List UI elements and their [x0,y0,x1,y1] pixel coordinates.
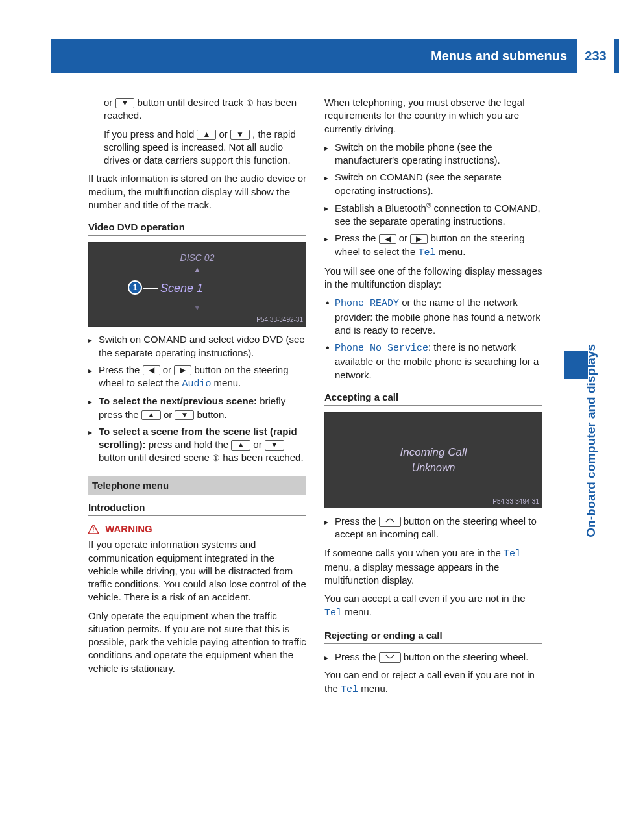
reject-step-1: Press the button on the steering wheel. [324,650,542,663]
right-button-icon: ▶ [410,234,428,244]
dvd-step-3: To select the next/previous scene: brief… [88,395,306,421]
heading-rejecting: Rejecting or ending a call [324,629,542,644]
accept-para-2: You can accept a call even if you are no… [324,592,542,620]
svg-text:!: ! [92,526,94,534]
left-column: or ▼ button until desired track ① has be… [88,96,306,702]
dvd-disc-label: DISC 02 [89,252,306,264]
call-image-code: P54.33-3494-31 [492,497,539,506]
reject-para-1: You can end or reject a call even if you… [324,669,542,697]
warning-heading: ! WARNING [88,523,306,536]
accept-steps-list: Press the button on the steering wheel t… [324,515,542,541]
audio-menu-label: Audio [182,378,211,389]
reject-steps-list: Press the button on the steering wheel. [324,650,542,663]
call-line-1: Incoming Call [325,445,542,460]
tel-step-3: Establish a Bluetooth® connection to COM… [324,201,542,229]
up-button-icon: ▲ [197,130,216,140]
dvd-up-icon: ▲ [89,265,306,275]
header-title: Menus and submenus [431,47,567,65]
right-button-icon: ▶ [174,365,191,375]
up-button-icon: ▲ [141,410,161,420]
warning-para-2: Only operate the equipment when the traf… [88,610,306,675]
accept-call-icon [379,517,401,526]
para-track-info: If track information is stored on the au… [88,172,306,212]
call-line-2: Unknown [325,461,542,475]
dvd-scene-label: Scene 1 [160,280,203,296]
dvd-image-code: P54.33-3492-31 [256,315,303,325]
accept-step-1: Press the button on the steering wheel t… [324,515,542,541]
down-button-icon: ▼ [230,130,250,140]
para-track-reached: or ▼ button until desired track ① has be… [104,96,306,123]
dvd-step-1: Switch on COMAND and select video DVD (s… [88,333,306,360]
tel-step-1: Switch on the mobile phone (see the manu… [324,141,542,167]
heading-dvd: Video DVD operation [88,221,306,236]
dvd-marker-1: 1 [128,280,142,295]
left-button-icon: ◀ [379,234,396,244]
right-column: When telephoning, you must observe the l… [324,96,542,702]
down-button-icon: ▼ [115,98,135,108]
dvd-step-2: Press the ◀ or ▶ button on the steering … [88,364,306,391]
side-tab: On-board computer and displays [563,104,589,357]
tel-step-2: Switch on COMAND (see the separate opera… [324,171,542,197]
marker-1-icon: ① [246,97,254,109]
dvd-display-image: DISC 02 ▲ 1 Scene 1 ▼ P54.33-3492-31 [88,242,306,327]
end-call-icon [379,652,401,662]
down-button-icon: ▼ [265,440,284,450]
heading-introduction: Introduction [88,501,306,516]
side-tab-thumb [564,351,588,379]
tel-steps-list: Switch on the mobile phone (see the manu… [324,141,542,260]
tel-menu-label: Tel [418,247,435,258]
up-button-icon: ▲ [231,440,250,450]
warning-para-1: If you operate information systems and c… [88,538,306,604]
dvd-step-4: To select a scene from the scene list (r… [88,425,306,465]
call-display-image: Incoming Call Unknown P54.33-3494-31 [324,412,542,508]
para-display-msgs: You will see one of the following displa… [324,265,542,291]
dvd-steps-list: Switch on COMAND and select video DVD (s… [88,333,306,464]
left-button-icon: ◀ [143,365,160,375]
msg-no-service: Phone No Service: there is no network av… [324,341,542,382]
para-rapid-scroll: If you press and hold ▲ or ▼ , the rapid… [104,128,306,167]
msg-ready: Phone READY or the name of the network p… [324,296,542,337]
tel-step-4: Press the ◀ or ▶ button on the steering … [324,232,542,260]
para-legal: When telephoning, you must observe the l… [324,96,542,136]
dvd-marker-line [143,288,158,289]
warning-icon: ! [88,525,99,534]
content: or ▼ button until desired track ① has be… [88,96,542,702]
page-header: Menus and submenus 233 [51,39,619,73]
marker-1-icon: ① [212,452,220,464]
section-telephone: Telephone menu [88,476,306,495]
dvd-down-icon: ▼ [89,303,306,313]
page-number: 233 [577,39,614,73]
down-button-icon: ▼ [175,410,194,420]
accept-para-1: If someone calls you when you are in the… [324,547,542,587]
heading-accepting: Accepting a call [324,391,542,406]
display-messages-list: Phone READY or the name of the network p… [324,296,542,382]
